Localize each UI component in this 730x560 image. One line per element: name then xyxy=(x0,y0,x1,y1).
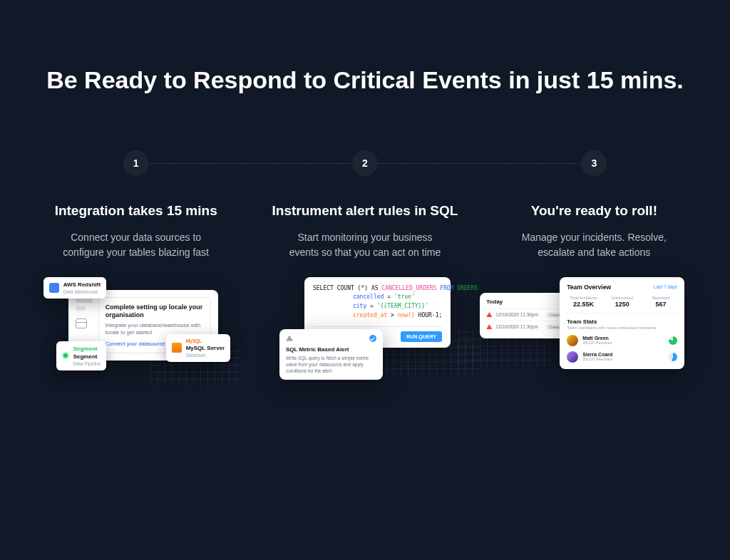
member-name: Matt Green xyxy=(582,336,664,341)
step-number: 3 xyxy=(581,150,607,176)
mysql-icon xyxy=(172,343,182,353)
alert-triangle-icon xyxy=(486,312,492,317)
illustration-incidents: Today 12/10/2020 11:30pm Cancell 12/10/2… xyxy=(494,283,694,411)
database-icon xyxy=(76,318,87,328)
chip-sub: Data Pipeline xyxy=(73,361,101,366)
step-title: Instrument alert rules in SQL xyxy=(272,202,458,220)
team-member-row: Sierra Coard 20/120 Resolved xyxy=(567,351,677,363)
step-description: Manage your incidents. Resolve, escalate… xyxy=(512,230,676,260)
progress-donut-icon xyxy=(669,336,677,345)
chip-title: MySQL Server xyxy=(186,345,225,351)
team-overview-card: Team Overview Last 7 days Total Incident… xyxy=(560,277,684,369)
alert-triangle-icon xyxy=(286,336,293,341)
step-title: Integration takes 15 mins xyxy=(55,202,217,220)
chip-title: AWS Redshift xyxy=(63,281,101,288)
member-sub: 20/120 Resolved xyxy=(582,341,664,345)
alert-card: SQL Metric Based Alert Write SQL query t… xyxy=(279,329,383,380)
step-3: 3 You're ready to roll! Manage your inci… xyxy=(494,150,694,411)
page-headline: Be Ready to Respond to Critical Events i… xyxy=(36,64,694,97)
team-stats-title: Team Stats xyxy=(567,318,677,325)
chip-title: Segment xyxy=(73,346,101,352)
sql-code: SELECT COUNT (*) AS CANCELLED_ORDERS FRO… xyxy=(313,284,442,321)
step-number: 1 xyxy=(123,150,149,176)
alert-card-title: SQL Metric Based Alert xyxy=(286,346,376,353)
alert-card-sub: Write SQL query to fetch a simple metric… xyxy=(286,355,376,374)
incident-row: 12/10/2020 11:30pm Cancell xyxy=(486,308,566,321)
chip-sub: Data Warehouse xyxy=(63,289,101,294)
alert-triangle-icon xyxy=(486,324,492,329)
setup-card-title: Complete setting up locale your organisa… xyxy=(106,304,204,320)
illustration-sql: SELECT COUNT (*) AS CANCELLED_ORDERS FRO… xyxy=(265,283,465,411)
avatar xyxy=(567,351,578,363)
segment-icon xyxy=(62,352,69,359)
member-name: Sierra Coard xyxy=(582,352,664,357)
progress-donut-icon xyxy=(669,353,677,361)
integration-chip-mysql: MySQL MySQL Server Database xyxy=(166,334,231,362)
time-range-link[interactable]: Last 7 days xyxy=(654,284,677,289)
run-query-button[interactable]: RUN QUERY xyxy=(401,331,442,342)
incidents-list-title: Today xyxy=(486,299,566,305)
step-description: Start monitoring your business events so… xyxy=(283,230,447,260)
incidents-list-card: Today 12/10/2020 11:30pm Cancell 12/10/2… xyxy=(480,293,572,338)
stat-resolved: Resolved 567 xyxy=(644,296,677,308)
step-2: 2 Instrument alert rules in SQL Start mo… xyxy=(264,150,465,411)
aws-icon xyxy=(49,283,59,293)
team-member-row: Matt Green 20/120 Resolved xyxy=(567,335,677,346)
step-number: 2 xyxy=(352,150,378,176)
illustration-integrations: Complete setting up locale your organisa… xyxy=(36,283,236,411)
integration-chip-aws: AWS Redshift Data Warehouse xyxy=(43,277,106,299)
step-title: You're ready to roll! xyxy=(531,202,657,220)
overview-title: Team Overview xyxy=(567,284,611,291)
avatar xyxy=(567,335,578,346)
incident-row: 12/10/2020 11:30pm Cancell xyxy=(486,321,566,333)
step-1: 1 Integration takes 15 mins Connect your… xyxy=(36,150,236,411)
incident-timestamp: 12/10/2020 11:30pm xyxy=(495,324,543,329)
stat-unresolved: Unresolved 1250 xyxy=(606,296,639,308)
incident-timestamp: 12/10/2020 11:30pm xyxy=(495,312,543,317)
stat-total: Total Incidents 22.55K xyxy=(567,296,600,308)
overview-stats: Total Incidents 22.55K Unresolved 1250 R… xyxy=(567,296,677,313)
chip-brand: Segment xyxy=(73,353,101,360)
chip-brand: MySQL xyxy=(186,338,225,343)
chip-sub: Database xyxy=(186,353,225,358)
check-circle-icon xyxy=(369,335,376,342)
integration-chip-segment: Segment Segment Data Pipeline xyxy=(56,341,107,370)
steps-row: 1 Integration takes 15 mins Connect your… xyxy=(36,150,694,411)
step-description: Connect your data sources to configure y… xyxy=(54,230,218,260)
team-stats-sub: Team members with most unresolved incide… xyxy=(567,326,677,330)
member-sub: 20/120 Resolved xyxy=(582,357,664,361)
